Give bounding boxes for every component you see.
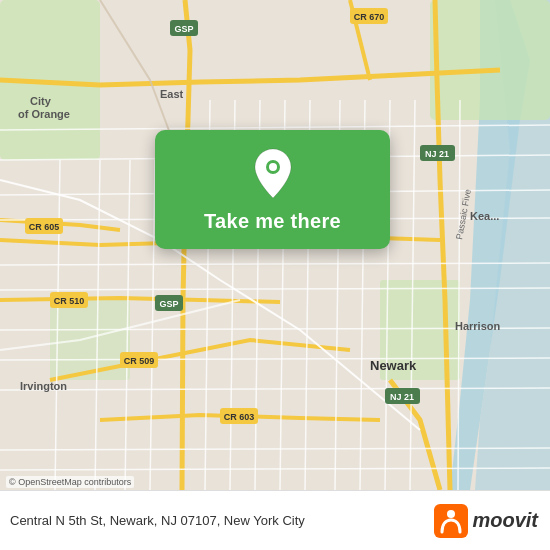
svg-text:GSP: GSP	[159, 299, 178, 309]
svg-point-61	[269, 163, 277, 171]
address-text: Central N 5th St, Newark, NJ 07107, New …	[10, 513, 434, 528]
svg-text:CR 670: CR 670	[354, 12, 385, 22]
osm-attribution: © OpenStreetMap contributors	[6, 476, 134, 488]
svg-text:of Orange: of Orange	[18, 108, 70, 120]
moovit-logo: moovit	[434, 504, 538, 538]
svg-text:Newark: Newark	[370, 358, 417, 373]
moovit-brand-icon	[434, 504, 468, 538]
location-pin-icon	[252, 148, 294, 200]
cta-card[interactable]: Take me there	[155, 130, 390, 249]
svg-text:NJ 21: NJ 21	[425, 149, 449, 159]
svg-text:City: City	[30, 95, 52, 107]
svg-text:Irvington: Irvington	[20, 380, 67, 392]
svg-text:CR 603: CR 603	[224, 412, 255, 422]
map-container: CR 670 GSP GSP NJ 21 CR 508 CR 510 CR 60…	[0, 0, 550, 490]
svg-rect-2	[430, 0, 550, 120]
svg-text:NJ 21: NJ 21	[390, 392, 414, 402]
svg-text:Harrison: Harrison	[455, 320, 501, 332]
svg-text:CR 510: CR 510	[54, 296, 85, 306]
svg-point-63	[447, 510, 455, 518]
take-me-there-button[interactable]: Take me there	[204, 210, 341, 233]
svg-text:GSP: GSP	[174, 24, 193, 34]
moovit-wordmark: moovit	[472, 509, 538, 532]
svg-text:East: East	[160, 88, 184, 100]
bottom-bar: Central N 5th St, Newark, NJ 07107, New …	[0, 490, 550, 550]
svg-text:CR 509: CR 509	[124, 356, 155, 366]
svg-text:Kea...: Kea...	[470, 210, 499, 222]
svg-text:CR 605: CR 605	[29, 222, 60, 232]
